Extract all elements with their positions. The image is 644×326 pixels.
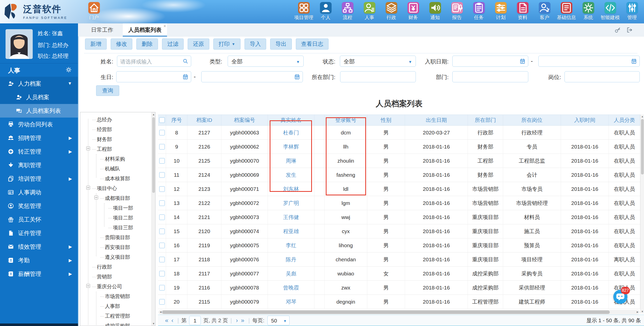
sidebar-item-4[interactable]: 招聘管理▶ — [0, 131, 78, 145]
tree-node-13[interactable]: 西安项目部 — [100, 244, 130, 251]
top-nav-item-8[interactable]: 报告 — [446, 2, 468, 21]
first-page-button[interactable]: « — [164, 317, 170, 324]
tree-node-15[interactable]: 行政部 — [92, 264, 112, 270]
top-nav-item-2[interactable]: 个人 — [315, 2, 337, 21]
tree-node-12[interactable]: 贵阳项目部 — [100, 234, 130, 241]
row-checkbox[interactable] — [159, 172, 165, 178]
top-nav-item-15[interactable]: 智能建模 — [599, 2, 621, 21]
real-name-link[interactable]: 曾晚霞 — [268, 281, 314, 295]
hire-filter-input[interactable] — [452, 56, 528, 67]
scroll-down-icon[interactable]: ▼ — [152, 322, 155, 325]
tree-node-3[interactable]: 工程部 — [92, 146, 112, 153]
real-name-link[interactable]: 李林辉 — [268, 140, 314, 154]
tree-node-21[interactable]: 成控采购部 — [100, 322, 130, 326]
row-checkbox[interactable] — [159, 299, 165, 305]
next-page-button[interactable]: › — [234, 317, 239, 324]
search-icon[interactable] — [182, 58, 188, 64]
table-hscrollbar-thumb[interactable] — [162, 310, 610, 314]
top-nav-item-12[interactable]: 客户 — [534, 2, 555, 21]
close-icon[interactable]: × — [164, 24, 166, 28]
birth-filter-input[interactable] — [201, 71, 303, 82]
real-name-link[interactable]: 程亚雄 — [268, 224, 314, 238]
row-checkbox[interactable] — [159, 158, 165, 164]
tree-node-2[interactable]: 财务部 — [92, 136, 112, 143]
sidebar-item-2[interactable]: 人员档案列表 — [0, 104, 78, 118]
tab-1[interactable]: 日常工作 — [86, 23, 119, 37]
last-page-button[interactable]: » — [239, 317, 246, 324]
top-nav-item-5[interactable]: 行政 — [380, 2, 402, 21]
calendar-icon[interactable] — [294, 74, 300, 80]
birth-filter-input[interactable] — [116, 71, 191, 82]
tree-node-8[interactable]: 成都项目部 — [100, 195, 130, 202]
tree-node-20[interactable]: 工程管理部 — [100, 313, 130, 319]
sidebar-item-3[interactable]: 劳动合同列表 — [0, 118, 78, 131]
toolbar-button-1[interactable]: 新增 — [85, 39, 107, 50]
tree-node-6[interactable]: 成本核算部 — [100, 175, 130, 182]
row-checkbox[interactable] — [159, 200, 165, 206]
page-number-input[interactable]: 1 — [189, 316, 201, 325]
tree-scrollbar-thumb[interactable] — [152, 117, 155, 193]
top-nav-item-10[interactable]: 计划 — [490, 2, 512, 21]
tree-node-18[interactable]: 市场营销部 — [100, 293, 130, 300]
scroll-down-icon[interactable]: ▼ — [641, 310, 644, 313]
toolbar-button-7[interactable]: 导入 — [245, 39, 266, 50]
top-nav-item-13[interactable]: 基础信息 — [555, 2, 577, 21]
status-filter-input[interactable]: 全部▼ — [340, 56, 416, 67]
sidebar-item-8[interactable]: 人事调动 — [0, 186, 78, 199]
row-checkbox[interactable] — [159, 186, 165, 192]
calendar-icon[interactable] — [519, 58, 526, 64]
toolbar-button-3[interactable]: 删除 — [136, 39, 158, 50]
scroll-right-icon[interactable]: ► — [636, 310, 639, 313]
chat-widget-button[interactable]: 827 — [613, 290, 627, 304]
toolbar-button-9[interactable]: 查看日志 — [296, 39, 329, 50]
tree-node-16[interactable]: 营销部 — [92, 273, 112, 280]
logout-icon[interactable] — [626, 27, 633, 33]
sidebar-item-6[interactable]: 离职管理 — [0, 158, 78, 172]
sidebar-item-7[interactable]: 培训管理▶ — [0, 172, 78, 186]
real-name-link[interactable]: 杜春门 — [268, 126, 314, 139]
real-name-link[interactable]: 罗广明 — [268, 196, 314, 210]
row-checkbox[interactable] — [159, 271, 165, 276]
real-name-link[interactable]: 周琳 — [268, 154, 314, 168]
tree-node-10[interactable]: 项目二部 — [108, 214, 133, 221]
hire-filter-input[interactable] — [538, 56, 640, 67]
row-checkbox[interactable] — [159, 243, 165, 248]
calendar-icon[interactable] — [631, 58, 637, 64]
sidebar-item-12[interactable]: 绩效管理▶ — [0, 240, 78, 253]
dept-filter-input[interactable] — [452, 71, 528, 82]
sidebar-item-10[interactable]: 员工关怀 — [0, 213, 78, 226]
tree-node-4[interactable]: 材料采购 — [100, 156, 125, 162]
real-name-link[interactable]: 发生 — [268, 168, 314, 182]
sidebar-item-14[interactable]: 薪酬管理▶ — [0, 267, 78, 281]
tree-node-11[interactable]: 项目三部 — [108, 224, 133, 231]
row-checkbox[interactable] — [159, 285, 165, 291]
per-page-select[interactable]: 50▼ — [267, 316, 290, 325]
real-name-link[interactable]: 刘东林 — [268, 182, 314, 196]
tree-node-9[interactable]: 项目一部 — [108, 205, 133, 211]
row-checkbox[interactable] — [159, 214, 165, 220]
toolbar-button-5[interactable]: 还原 — [188, 39, 209, 50]
toolbar-button-2[interactable]: 修改 — [111, 39, 132, 50]
tree-node-1[interactable]: 经营部 — [92, 126, 112, 133]
select-all-checkbox[interactable] — [159, 117, 165, 123]
top-nav-item-14[interactable]: 系统 — [577, 2, 599, 21]
scroll-left-icon[interactable]: ◄ — [159, 310, 162, 313]
type-filter-input[interactable]: 全部▼ — [228, 56, 304, 67]
table-scrollbar-thumb[interactable] — [641, 119, 644, 174]
real-name-link[interactable]: 吴彪 — [268, 267, 314, 280]
nav-portal[interactable]: 门户 — [83, 2, 105, 21]
search-button[interactable]: 查询 — [96, 85, 119, 96]
top-nav-item-16[interactable]: 管理 — [621, 2, 643, 21]
tree-node-0[interactable]: 总经办 — [92, 116, 112, 123]
row-checkbox[interactable] — [159, 257, 165, 262]
real-name-link[interactable]: 李红 — [268, 238, 314, 252]
real-name-link[interactable]: 邓琴 — [268, 295, 314, 309]
toolbar-button-4[interactable]: 过滤 — [162, 39, 184, 50]
prev-page-button[interactable]: ‹ — [170, 317, 175, 324]
tab-2[interactable]: 人员档案列表× — [123, 23, 167, 37]
name-filter-input[interactable]: 请选择或输入 — [117, 56, 191, 67]
chevron-down-icon[interactable]: ▼ — [296, 60, 300, 64]
tree-node-7[interactable]: 项目中心 — [92, 185, 117, 192]
sidebar-item-13[interactable]: 考勤▶ — [0, 253, 78, 267]
sidebar-item-0[interactable]: 人力档案▼ — [0, 77, 78, 90]
